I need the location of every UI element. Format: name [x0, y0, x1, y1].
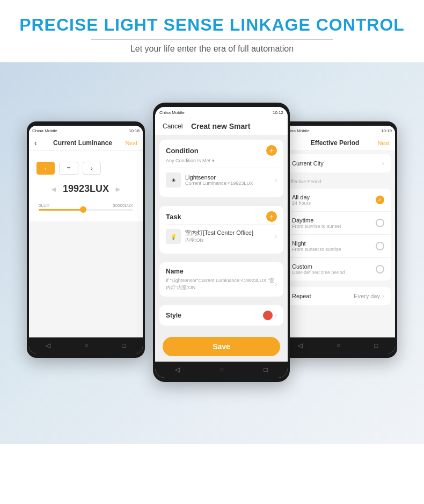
- slider-track[interactable]: [39, 209, 133, 211]
- header-section: PRECISE LIGHT SENSE LINKAGE CONTROL Let …: [0, 0, 424, 62]
- repeat-row[interactable]: Repeat Every day ›: [286, 287, 391, 305]
- condition-subtitle: Any Condition Is Met ▾: [166, 158, 277, 163]
- phones-container: China Mobile 10:18 ‹ Current Luminance N…: [11, 78, 413, 428]
- center-status-bar: China Mobile 10:12: [155, 107, 288, 118]
- style-dot-row: ›: [263, 311, 277, 320]
- slider-fill: [39, 209, 81, 211]
- recent-nav-icon[interactable]: □: [122, 342, 126, 349]
- night-radio[interactable]: [376, 242, 384, 250]
- right-phone-screen: China Mobile 10:19 ‹ Effective Period Ne…: [281, 126, 395, 354]
- slider-btn-less[interactable]: ‹: [36, 162, 55, 175]
- effective-period-label: Effective Period: [281, 176, 395, 185]
- left-phone-screen: China Mobile 10:18 ‹ Current Luminance N…: [29, 126, 143, 354]
- condition-item-arrow: ›: [275, 176, 277, 184]
- cancel-button[interactable]: Cancel: [163, 123, 182, 130]
- task-item-title: 室内灯[Test Center Office]: [185, 229, 275, 237]
- center-back-nav-icon[interactable]: ◁: [175, 366, 180, 373]
- condition-item-text: Lightsensor Current Luminance:<19923LUX: [185, 174, 275, 186]
- right-nav-title: Effective Period: [293, 139, 378, 147]
- center-nav: Cancel Creat new Smart: [155, 118, 288, 135]
- daytime-title: Daytime: [292, 217, 376, 224]
- light-icon: 💡: [166, 229, 181, 244]
- daytime-text: Daytime From sunrise to sunset: [292, 217, 376, 229]
- slider-btn-equal[interactable]: =: [59, 162, 78, 175]
- condition-item-title: Lightsensor: [185, 174, 275, 181]
- header-divider: [91, 39, 333, 40]
- center-recent-nav-icon[interactable]: □: [264, 366, 268, 373]
- repeat-value-row: Every day ›: [354, 292, 384, 300]
- condition-title: Condition: [166, 147, 199, 155]
- name-label: Name: [166, 268, 277, 275]
- slider-labels: 0LUX 30000LUX: [39, 203, 133, 208]
- right-back-nav-icon[interactable]: ◁: [298, 342, 303, 349]
- slider-thumb[interactable]: [80, 206, 86, 213]
- style-color-dot[interactable]: [263, 311, 273, 320]
- condition-add-button[interactable]: +: [266, 145, 277, 156]
- left-time: 10:18: [129, 128, 140, 133]
- save-button[interactable]: Save: [163, 337, 280, 356]
- slider-track-container[interactable]: 0LUX 30000LUX: [39, 203, 133, 211]
- current-city-section: Current City ›: [286, 154, 391, 172]
- right-home-nav-icon[interactable]: ○: [337, 342, 340, 349]
- left-nav-title: Current Luminance: [40, 139, 126, 147]
- center-phone: China Mobile 10:12 Cancel Creat new Smar…: [153, 103, 290, 382]
- background-area: China Mobile 10:18 ‹ Current Luminance N…: [0, 62, 424, 444]
- center-phone-screen: China Mobile 10:12 Cancel Creat new Smar…: [155, 107, 288, 378]
- custom-sub: User-defined time period: [292, 270, 376, 275]
- center-home-nav-icon[interactable]: ○: [220, 366, 224, 373]
- daytime-radio[interactable]: [376, 219, 384, 227]
- period-option-custom[interactable]: Custom User-defined time period: [286, 258, 391, 280]
- left-next-button[interactable]: Next: [125, 140, 137, 146]
- right-phone: China Mobile 10:19 ‹ Effective Period Ne…: [279, 121, 397, 358]
- save-btn-area: Save: [155, 332, 288, 362]
- left-phone: China Mobile 10:18 ‹ Current Luminance N…: [27, 121, 145, 358]
- lux-right-arrow[interactable]: ►: [114, 185, 122, 193]
- period-option-daytime[interactable]: Daytime From sunrise to sunset: [286, 212, 391, 235]
- daytime-sub: From sunrise to sunset: [292, 224, 376, 229]
- left-slider-area: ‹ = › ◄ 19923LUX ► 0LUX 30000LU: [29, 151, 143, 221]
- home-nav-icon[interactable]: ○: [84, 342, 88, 349]
- center-bottom-nav: ◁ ○ □: [155, 362, 288, 378]
- lightsensor-icon: ☀: [166, 172, 181, 188]
- left-back-icon[interactable]: ‹: [34, 139, 37, 147]
- lux-display: ◄ 19923LUX ►: [36, 183, 135, 195]
- back-nav-icon[interactable]: ◁: [46, 342, 50, 349]
- lux-left-arrow[interactable]: ◄: [50, 185, 57, 193]
- period-option-allday[interactable]: All day 24 hours ✓: [286, 189, 391, 212]
- custom-radio[interactable]: [376, 265, 384, 273]
- period-option-night[interactable]: Night From sunset to sunrise: [286, 235, 391, 258]
- slider-btn-more[interactable]: ›: [83, 162, 101, 175]
- repeat-arrow: ›: [382, 292, 384, 300]
- night-title: Night: [292, 240, 376, 247]
- style-label: Style: [166, 312, 181, 319]
- current-city-item[interactable]: Current City ›: [286, 154, 391, 172]
- name-arrow: ›: [275, 280, 277, 288]
- condition-list-item[interactable]: ☀ Lightsensor Current Luminance:<19923LU…: [166, 168, 277, 192]
- task-list-item[interactable]: 💡 室内灯[Test Center Office] 内室:ON ›: [166, 224, 277, 248]
- center-carrier: China Mobile: [159, 110, 185, 115]
- name-value: If "Lightsensor"Current Luminance:<19923…: [166, 277, 275, 291]
- repeat-value: Every day: [354, 293, 380, 299]
- left-carrier: China Mobile: [32, 128, 57, 133]
- current-city-title: Current City: [292, 160, 382, 167]
- right-bottom-nav: ◁ ○ □: [281, 337, 395, 354]
- task-add-button[interactable]: +: [266, 211, 277, 222]
- page-subtitle: Let your life enter the era of full auto…: [11, 44, 413, 54]
- right-recent-nav-icon[interactable]: □: [374, 342, 378, 349]
- slider-max: 30000LUX: [113, 203, 133, 208]
- style-section[interactable]: Style ›: [159, 305, 283, 326]
- name-value-row[interactable]: If "Lightsensor"Current Luminance:<19923…: [166, 277, 277, 291]
- right-status-bar: China Mobile 10:19: [281, 126, 395, 135]
- condition-item-sub: Current Luminance:<19923LUX: [185, 181, 275, 186]
- task-item-sub: 内室:ON: [185, 237, 275, 244]
- custom-title: Custom: [292, 263, 376, 270]
- current-city-arrow: ›: [382, 160, 384, 167]
- left-bottom-nav: ◁ ○ □: [29, 337, 143, 354]
- allday-check: ✓: [376, 196, 384, 204]
- allday-title: All day: [292, 194, 376, 200]
- task-item-arrow: ›: [275, 233, 277, 240]
- night-sub: From sunset to sunrise: [292, 247, 376, 252]
- task-title: Task: [166, 213, 181, 221]
- slider-min: 0LUX: [39, 203, 49, 208]
- right-next-button[interactable]: Next: [377, 140, 390, 146]
